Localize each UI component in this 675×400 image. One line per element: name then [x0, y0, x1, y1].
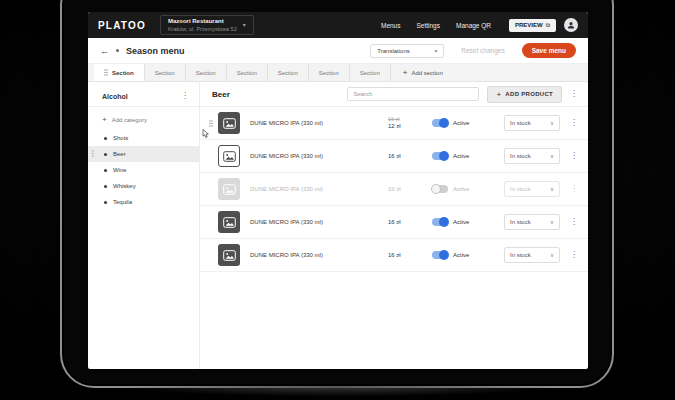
product-new-price: 16 zł [388, 252, 432, 259]
product-image-placeholder[interactable] [218, 244, 240, 266]
chevron-down-icon: ∨ [550, 186, 554, 192]
product-image-placeholder[interactable] [218, 211, 240, 233]
tab-section[interactable]: Section [186, 64, 227, 81]
kebab-icon[interactable]: ⋮ [570, 90, 578, 98]
stock-select[interactable]: In stock ∨ [504, 148, 560, 164]
kebab-icon[interactable]: ⋮ [570, 217, 578, 226]
bullet-icon [104, 137, 107, 140]
page-title: Season menu [126, 46, 185, 56]
tab-label: Section [196, 70, 216, 76]
tab-label: Section [278, 70, 298, 76]
add-section-label: Add section [411, 70, 442, 76]
sidebar-item-tequila[interactable]: Tequila [88, 194, 199, 210]
product-new-price: 12 zł [388, 123, 432, 130]
restaurant-info: Mazoori Restaurant Kraków, ul. Przemysło… [168, 18, 237, 32]
kebab-icon[interactable]: ⋮ [181, 92, 189, 100]
tab-label: Section [155, 70, 175, 76]
category-title: Beer [212, 90, 230, 99]
preview-button[interactable]: PREVIEW ⧉ [509, 19, 556, 32]
product-name-link[interactable]: DUNE MICRO IPA (330 ml) [250, 252, 388, 258]
product-row-inactive: DUNE MICRO IPA (330 ml) 16 zł Active In … [200, 173, 588, 206]
product-name-link[interactable]: DUNE MICRO IPA (330 ml) [250, 120, 388, 126]
reset-changes-button[interactable]: Reset changes [461, 47, 504, 54]
stock-select[interactable]: In stock ∨ [504, 115, 560, 131]
active-toggle[interactable] [432, 251, 448, 259]
stock-value: In stock [510, 120, 531, 126]
search-input[interactable] [347, 87, 479, 101]
sidebar-item-whiskey[interactable]: Whiskey [88, 178, 199, 194]
product-name-link[interactable]: DUNE MICRO IPA (330 ml) [250, 186, 388, 192]
drag-zone[interactable] [204, 120, 218, 127]
active-toggle[interactable] [432, 119, 448, 127]
product-image-placeholder[interactable] [218, 178, 240, 200]
active-toggle[interactable] [432, 185, 448, 193]
product-price: 16 zł [388, 153, 432, 160]
stock-select[interactable]: In stock ∨ [504, 247, 560, 263]
product-name-link[interactable]: DUNE MICRO IPA (330 ml) [250, 219, 388, 225]
tab-section[interactable]: Section [309, 64, 350, 81]
toggle-label: Active [453, 153, 469, 159]
plus-icon: + [496, 90, 501, 99]
sidebar-item-shots[interactable]: Shots [88, 130, 199, 146]
product-new-price: 16 zł [388, 219, 432, 226]
add-product-button[interactable]: + ADD PRODUCT [487, 86, 562, 103]
chevron-down-icon: ∨ [550, 120, 554, 126]
image-icon [223, 118, 236, 129]
add-category-button[interactable]: + Add category [88, 109, 199, 130]
sidebar-item-wine[interactable]: Wine [88, 162, 199, 178]
add-category-label: Add category [112, 117, 147, 123]
laptop-base-shadow [50, 386, 624, 400]
top-navigation-bar: PLATOO Mazoori Restaurant Kraków, ul. Pr… [88, 12, 588, 38]
stock-select[interactable]: In stock ∨ [504, 181, 560, 197]
kebab-icon[interactable]: ⋮ [570, 250, 578, 259]
product-image-placeholder[interactable] [218, 145, 240, 167]
toggle-label: Active [453, 252, 469, 258]
toggle-label: Active [453, 186, 469, 192]
drag-handle-icon [104, 69, 108, 76]
tab-section[interactable]: Section [145, 64, 186, 81]
person-icon [567, 21, 575, 29]
drag-handle-icon[interactable] [209, 120, 213, 127]
nav-settings[interactable]: Settings [416, 22, 440, 29]
nav-menus[interactable]: Menus [381, 22, 401, 29]
product-image-placeholder[interactable] [218, 112, 240, 134]
active-toggle[interactable] [432, 218, 448, 226]
save-menu-button[interactable]: Save menu [522, 43, 576, 58]
back-arrow-icon[interactable]: ← [100, 46, 109, 56]
stock-select[interactable]: In stock ∨ [504, 214, 560, 230]
product-price: 16 zł [388, 252, 432, 259]
stock-value: In stock [510, 153, 531, 159]
product-price: 16 zł [388, 186, 432, 193]
restaurant-name: Mazoori Restaurant [168, 18, 237, 26]
app-screen: PLATOO Mazoori Restaurant Kraków, ul. Pr… [88, 12, 588, 369]
nav-manage-qr[interactable]: Manage QR [456, 22, 491, 29]
tab-section[interactable]: Section [350, 64, 391, 81]
platoo-logo: PLATOO [98, 20, 146, 31]
sidebar-item-beer[interactable]: Beer [88, 146, 199, 162]
active-toggle-group: Active [432, 119, 504, 127]
product-name-link[interactable]: DUNE MICRO IPA (330 ml) [250, 153, 388, 159]
tab-section[interactable]: Section [268, 64, 309, 81]
user-avatar[interactable] [564, 18, 578, 32]
active-toggle-group: Active [432, 185, 504, 193]
kebab-icon[interactable]: ⋮ [570, 151, 578, 160]
tab-label: Section [360, 70, 380, 76]
bullet-icon [104, 153, 107, 156]
tab-section-active[interactable]: Section [94, 64, 145, 81]
sidebar-item-label: Tequila [113, 199, 132, 205]
translations-select[interactable]: Translations ▾ [370, 44, 444, 58]
title-dot-icon [116, 49, 119, 52]
restaurant-selector[interactable]: Mazoori Restaurant Kraków, ul. Przemysło… [160, 15, 254, 35]
chevron-down-icon: ∨ [550, 219, 554, 225]
active-toggle[interactable] [432, 152, 448, 160]
kebab-icon[interactable]: ⋮ [570, 184, 578, 193]
image-icon [223, 151, 236, 162]
chevron-down-icon: ∨ [550, 153, 554, 159]
menu-header: ← Season menu Translations ▾ Reset chang… [88, 38, 588, 64]
section-tabs-bar: Section Section Section Section Section … [88, 64, 588, 82]
tab-section[interactable]: Section [227, 64, 268, 81]
product-panel-header: Beer + ADD PRODUCT ⋮ [200, 82, 588, 107]
add-section-button[interactable]: + Add section [391, 64, 455, 81]
kebab-icon[interactable]: ⋮ [570, 118, 578, 127]
chevron-down-icon: ▾ [435, 48, 438, 54]
